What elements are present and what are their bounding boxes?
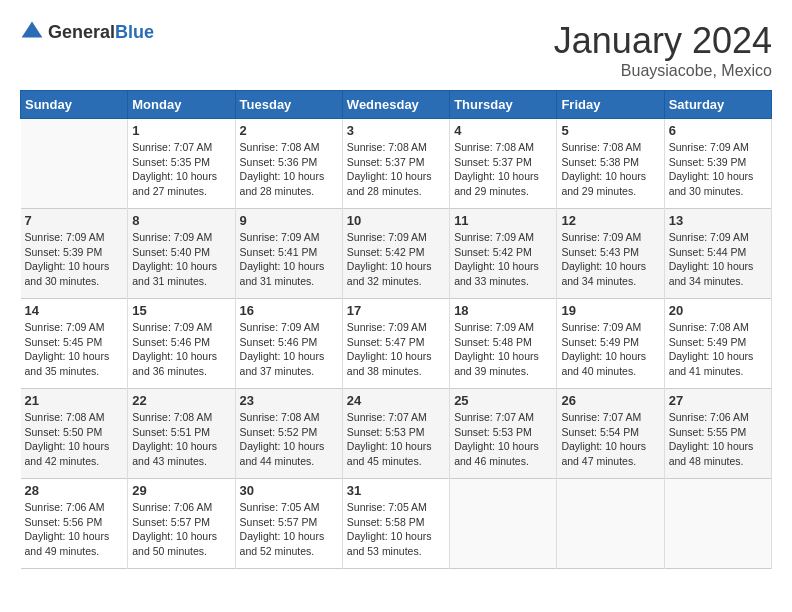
title-block: January 2024 Buaysiacobe, Mexico (554, 20, 772, 80)
day-number: 10 (347, 213, 445, 228)
day-number: 24 (347, 393, 445, 408)
calendar-cell: 1Sunrise: 7:07 AMSunset: 5:35 PMDaylight… (128, 119, 235, 209)
calendar-cell: 22Sunrise: 7:08 AMSunset: 5:51 PMDayligh… (128, 389, 235, 479)
day-info: Sunrise: 7:09 AMSunset: 5:46 PMDaylight:… (132, 320, 230, 379)
day-number: 26 (561, 393, 659, 408)
day-number: 20 (669, 303, 767, 318)
day-number: 25 (454, 393, 552, 408)
day-info: Sunrise: 7:08 AMSunset: 5:36 PMDaylight:… (240, 140, 338, 199)
day-number: 12 (561, 213, 659, 228)
day-number: 6 (669, 123, 767, 138)
calendar-cell: 7Sunrise: 7:09 AMSunset: 5:39 PMDaylight… (21, 209, 128, 299)
calendar-cell: 27Sunrise: 7:06 AMSunset: 5:55 PMDayligh… (664, 389, 771, 479)
calendar-cell: 13Sunrise: 7:09 AMSunset: 5:44 PMDayligh… (664, 209, 771, 299)
calendar-cell: 21Sunrise: 7:08 AMSunset: 5:50 PMDayligh… (21, 389, 128, 479)
calendar-cell: 12Sunrise: 7:09 AMSunset: 5:43 PMDayligh… (557, 209, 664, 299)
calendar-cell: 26Sunrise: 7:07 AMSunset: 5:54 PMDayligh… (557, 389, 664, 479)
day-number: 8 (132, 213, 230, 228)
day-number: 22 (132, 393, 230, 408)
logo: GeneralBlue (20, 20, 154, 44)
calendar-cell (21, 119, 128, 209)
calendar-cell: 15Sunrise: 7:09 AMSunset: 5:46 PMDayligh… (128, 299, 235, 389)
calendar-cell: 9Sunrise: 7:09 AMSunset: 5:41 PMDaylight… (235, 209, 342, 299)
day-number: 23 (240, 393, 338, 408)
weekday-header: Tuesday (235, 91, 342, 119)
day-info: Sunrise: 7:09 AMSunset: 5:39 PMDaylight:… (669, 140, 767, 199)
day-number: 14 (25, 303, 124, 318)
day-number: 15 (132, 303, 230, 318)
day-info: Sunrise: 7:05 AMSunset: 5:58 PMDaylight:… (347, 500, 445, 559)
calendar-cell: 2Sunrise: 7:08 AMSunset: 5:36 PMDaylight… (235, 119, 342, 209)
day-info: Sunrise: 7:09 AMSunset: 5:47 PMDaylight:… (347, 320, 445, 379)
calendar-cell: 20Sunrise: 7:08 AMSunset: 5:49 PMDayligh… (664, 299, 771, 389)
calendar-cell: 4Sunrise: 7:08 AMSunset: 5:37 PMDaylight… (450, 119, 557, 209)
calendar-cell: 8Sunrise: 7:09 AMSunset: 5:40 PMDaylight… (128, 209, 235, 299)
calendar-week-row: 7Sunrise: 7:09 AMSunset: 5:39 PMDaylight… (21, 209, 772, 299)
calendar-cell: 3Sunrise: 7:08 AMSunset: 5:37 PMDaylight… (342, 119, 449, 209)
page-header: GeneralBlue January 2024 Buaysiacobe, Me… (20, 20, 772, 80)
day-info: Sunrise: 7:09 AMSunset: 5:41 PMDaylight:… (240, 230, 338, 289)
day-info: Sunrise: 7:08 AMSunset: 5:37 PMDaylight:… (347, 140, 445, 199)
calendar-cell: 28Sunrise: 7:06 AMSunset: 5:56 PMDayligh… (21, 479, 128, 569)
day-number: 21 (25, 393, 124, 408)
calendar-cell: 18Sunrise: 7:09 AMSunset: 5:48 PMDayligh… (450, 299, 557, 389)
calendar-cell: 24Sunrise: 7:07 AMSunset: 5:53 PMDayligh… (342, 389, 449, 479)
day-info: Sunrise: 7:08 AMSunset: 5:37 PMDaylight:… (454, 140, 552, 199)
day-number: 7 (25, 213, 124, 228)
day-number: 19 (561, 303, 659, 318)
day-info: Sunrise: 7:09 AMSunset: 5:43 PMDaylight:… (561, 230, 659, 289)
day-number: 3 (347, 123, 445, 138)
weekday-header: Wednesday (342, 91, 449, 119)
calendar-week-row: 14Sunrise: 7:09 AMSunset: 5:45 PMDayligh… (21, 299, 772, 389)
calendar-cell: 19Sunrise: 7:09 AMSunset: 5:49 PMDayligh… (557, 299, 664, 389)
logo-icon (20, 20, 44, 44)
weekday-header: Saturday (664, 91, 771, 119)
weekday-header: Sunday (21, 91, 128, 119)
calendar-week-row: 21Sunrise: 7:08 AMSunset: 5:50 PMDayligh… (21, 389, 772, 479)
day-info: Sunrise: 7:08 AMSunset: 5:38 PMDaylight:… (561, 140, 659, 199)
day-number: 16 (240, 303, 338, 318)
calendar-header-row: SundayMondayTuesdayWednesdayThursdayFrid… (21, 91, 772, 119)
day-info: Sunrise: 7:08 AMSunset: 5:52 PMDaylight:… (240, 410, 338, 469)
weekday-header: Monday (128, 91, 235, 119)
day-number: 28 (25, 483, 124, 498)
day-info: Sunrise: 7:09 AMSunset: 5:44 PMDaylight:… (669, 230, 767, 289)
logo-text-blue: Blue (115, 22, 154, 42)
month-title: January 2024 (554, 20, 772, 62)
day-info: Sunrise: 7:07 AMSunset: 5:53 PMDaylight:… (347, 410, 445, 469)
day-number: 11 (454, 213, 552, 228)
day-number: 17 (347, 303, 445, 318)
day-info: Sunrise: 7:09 AMSunset: 5:46 PMDaylight:… (240, 320, 338, 379)
calendar-cell: 23Sunrise: 7:08 AMSunset: 5:52 PMDayligh… (235, 389, 342, 479)
day-number: 31 (347, 483, 445, 498)
calendar-cell: 29Sunrise: 7:06 AMSunset: 5:57 PMDayligh… (128, 479, 235, 569)
location-title: Buaysiacobe, Mexico (554, 62, 772, 80)
day-info: Sunrise: 7:09 AMSunset: 5:49 PMDaylight:… (561, 320, 659, 379)
day-info: Sunrise: 7:09 AMSunset: 5:40 PMDaylight:… (132, 230, 230, 289)
calendar-cell: 5Sunrise: 7:08 AMSunset: 5:38 PMDaylight… (557, 119, 664, 209)
calendar-cell: 6Sunrise: 7:09 AMSunset: 5:39 PMDaylight… (664, 119, 771, 209)
calendar-cell (450, 479, 557, 569)
svg-marker-0 (22, 22, 43, 38)
day-number: 1 (132, 123, 230, 138)
calendar-cell (557, 479, 664, 569)
day-number: 27 (669, 393, 767, 408)
day-number: 30 (240, 483, 338, 498)
calendar-cell: 25Sunrise: 7:07 AMSunset: 5:53 PMDayligh… (450, 389, 557, 479)
day-info: Sunrise: 7:09 AMSunset: 5:48 PMDaylight:… (454, 320, 552, 379)
day-number: 13 (669, 213, 767, 228)
day-info: Sunrise: 7:09 AMSunset: 5:45 PMDaylight:… (25, 320, 124, 379)
calendar-week-row: 1Sunrise: 7:07 AMSunset: 5:35 PMDaylight… (21, 119, 772, 209)
day-number: 5 (561, 123, 659, 138)
logo-text-general: General (48, 22, 115, 42)
day-info: Sunrise: 7:09 AMSunset: 5:39 PMDaylight:… (25, 230, 124, 289)
day-info: Sunrise: 7:08 AMSunset: 5:51 PMDaylight:… (132, 410, 230, 469)
day-info: Sunrise: 7:06 AMSunset: 5:56 PMDaylight:… (25, 500, 124, 559)
day-info: Sunrise: 7:09 AMSunset: 5:42 PMDaylight:… (347, 230, 445, 289)
day-info: Sunrise: 7:05 AMSunset: 5:57 PMDaylight:… (240, 500, 338, 559)
calendar-cell: 30Sunrise: 7:05 AMSunset: 5:57 PMDayligh… (235, 479, 342, 569)
calendar-cell: 14Sunrise: 7:09 AMSunset: 5:45 PMDayligh… (21, 299, 128, 389)
day-number: 18 (454, 303, 552, 318)
calendar-cell: 11Sunrise: 7:09 AMSunset: 5:42 PMDayligh… (450, 209, 557, 299)
day-info: Sunrise: 7:07 AMSunset: 5:35 PMDaylight:… (132, 140, 230, 199)
